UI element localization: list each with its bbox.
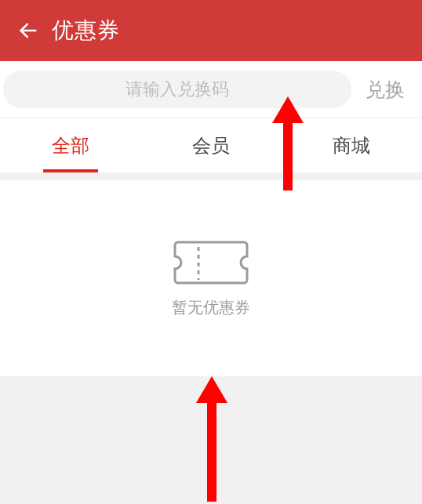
coupon-empty-icon xyxy=(173,239,249,288)
tabs: 全部 会员 商城 xyxy=(0,118,422,172)
page-title: 优惠券 xyxy=(52,16,120,45)
redeem-code-input[interactable] xyxy=(3,71,351,108)
tab-label: 全部 xyxy=(52,133,89,158)
empty-message: 暂无优惠券 xyxy=(172,297,250,318)
tab-label: 会员 xyxy=(192,133,230,158)
app-header: 优惠券 xyxy=(0,0,422,61)
tab-label: 商城 xyxy=(333,133,370,158)
tab-mall[interactable]: 商城 xyxy=(282,118,422,172)
back-button[interactable] xyxy=(13,15,44,46)
tab-member[interactable]: 会员 xyxy=(140,118,281,172)
back-arrow-icon xyxy=(17,20,39,42)
annotation-arrow-icon xyxy=(193,376,231,502)
redeem-button[interactable]: 兑换 xyxy=(351,77,411,103)
tab-all[interactable]: 全部 xyxy=(0,118,140,172)
svg-marker-3 xyxy=(196,376,227,502)
content-area: 暂无优惠券 xyxy=(0,180,422,376)
exchange-bar: 兑换 xyxy=(0,61,422,118)
